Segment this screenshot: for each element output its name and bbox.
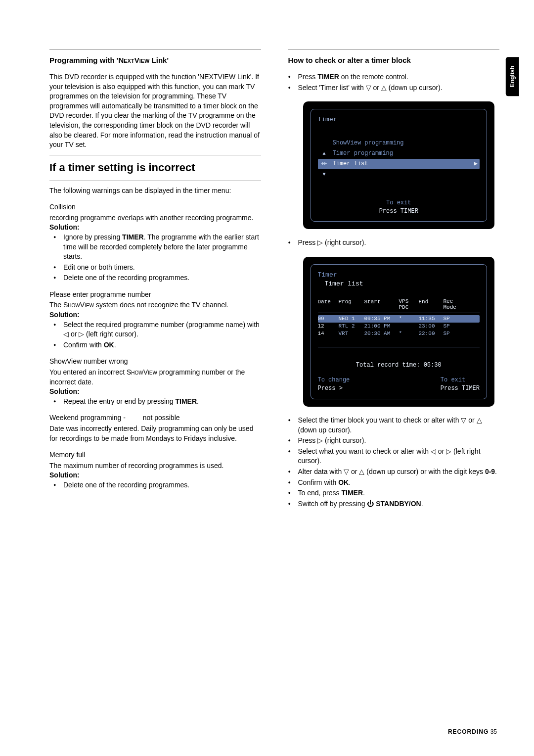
showview-list: Repeat the entry or end by pressing TIME… [49, 397, 261, 407]
osd-timer-list: Timer Timer list Date Prog Start VPSPDC … [303, 257, 495, 407]
table-row: 09 NED 1 09:35 PM * 11:35 SP [318, 315, 480, 323]
osd-timer-menu: Timer ShowView programming ▲Timer progra… [303, 101, 495, 229]
list-item: Select 'Timer list' with ▽ or △ (down up… [298, 83, 500, 93]
please-enter-text: The ShowView system does not recognize t… [49, 300, 261, 310]
weekend-text: Date was incorrectly entered. Daily prog… [49, 424, 261, 443]
list-item: Repeat the entry or end by pressing TIME… [63, 397, 261, 407]
list-item: Select what you want to check or alter w… [298, 447, 500, 466]
weekend-title: Weekend programming - not possible [49, 413, 261, 423]
list-item: Alter data with ▽ or △ (down up cursor) … [298, 467, 500, 477]
list-item: Confirm with OK. [298, 478, 500, 488]
collision-title: Collision [49, 202, 261, 212]
osd-crumb1: Timer [318, 271, 480, 280]
table-row: 12 RTL 2 21:00 PM 23:00 SP [318, 323, 480, 330]
osd-total: Total record time: 05:30 [318, 361, 480, 370]
showview-wrong-text: You entered an incorrect ShowView progra… [49, 368, 261, 387]
list-item: Edit one or both timers. [63, 263, 261, 273]
left-right-icon: ◆▶ [320, 160, 329, 167]
osd-item-selected: Timer list [333, 160, 368, 168]
osd-exit-label: To exit [318, 199, 480, 207]
osd-crumb2: Timer list [318, 280, 480, 288]
please-solution-label: Solution: [49, 310, 261, 320]
list-item: Select the timer block you want to check… [298, 416, 500, 435]
please-enter-title: Please enter programme number [49, 290, 261, 300]
please-list: Select the required programme number (pr… [49, 320, 261, 350]
right-column: How to check or alter a timer block Pres… [288, 49, 500, 510]
list-item: Ignore by pressing TIMER. The programme … [63, 233, 261, 262]
up-triangle-icon: ▲ [320, 150, 329, 157]
osd-change-action: Press > [318, 384, 350, 393]
memory-list: Delete one of the recording programmes. [49, 480, 261, 490]
showview-wrong-title: ShowView number wrong [49, 357, 261, 367]
osd-item: ShowView programming [333, 139, 404, 147]
list-item: Press TIMER on the remote control. [298, 72, 500, 82]
osd-exit-action: Press TIMER [318, 207, 480, 216]
warn-intro: The following warnings can be displayed … [49, 186, 261, 196]
osd-change-label: To change [318, 376, 350, 384]
list-item: Confirm with OK. [63, 340, 261, 350]
left-title-1: Programming with 'NextView Link' [49, 55, 261, 65]
language-tab: English [506, 57, 519, 96]
list-item: Select the required programme number (pr… [63, 320, 261, 339]
osd-exit2-action: Press TIMER [441, 384, 480, 393]
osd-exit2-label: To exit [441, 376, 480, 384]
list-item: Delete one of the recording programmes. [63, 480, 261, 490]
list-item: Delete one of the recording programmes. [63, 273, 261, 283]
down-triangle-icon: ▼ [320, 171, 329, 178]
table-row: 14 VRT 20:30 AM * 22:00 SP [318, 330, 480, 337]
play-icon: ▶ [474, 160, 478, 168]
collision-list: Ignore by pressing TIMER. The programme … [49, 233, 261, 283]
memory-solution-label: Solution: [49, 471, 261, 480]
table-header: Date Prog Start VPSPDC End RecMode [318, 298, 480, 310]
steps1: Press TIMER on the remote control. Selec… [288, 72, 500, 93]
steps3: Select the timer block you want to check… [288, 416, 500, 509]
collision-text: recording programme overlaps with anothe… [49, 213, 261, 223]
list-item: Press ▷ (right cursor). [298, 436, 500, 446]
osd-title: Timer [318, 115, 480, 124]
list-item: To end, press TIMER. [298, 488, 500, 498]
page-footer: RECORDING 35 [448, 728, 497, 736]
list-item: Switch off by pressing ⏻ STANDBY/ON. [298, 499, 500, 509]
left-desc-1: This DVD recorder is equipped with the f… [49, 72, 261, 150]
collision-solution-label: Solution: [49, 223, 261, 233]
right-title: How to check or alter a timer block [288, 55, 500, 65]
memory-text: The maximum number of recording programm… [49, 461, 261, 471]
memory-title: Memory full [49, 450, 261, 460]
osd-item: Timer programming [333, 149, 393, 158]
step2: Press ▷ (right cursor). [288, 238, 500, 248]
heading-incorrect: If a timer setting is incorrect [49, 160, 261, 176]
list-item: Press ▷ (right cursor). [298, 238, 500, 248]
left-column: Programming with 'NextView Link' This DV… [49, 49, 261, 510]
showview-solution-label: Solution: [49, 387, 261, 397]
